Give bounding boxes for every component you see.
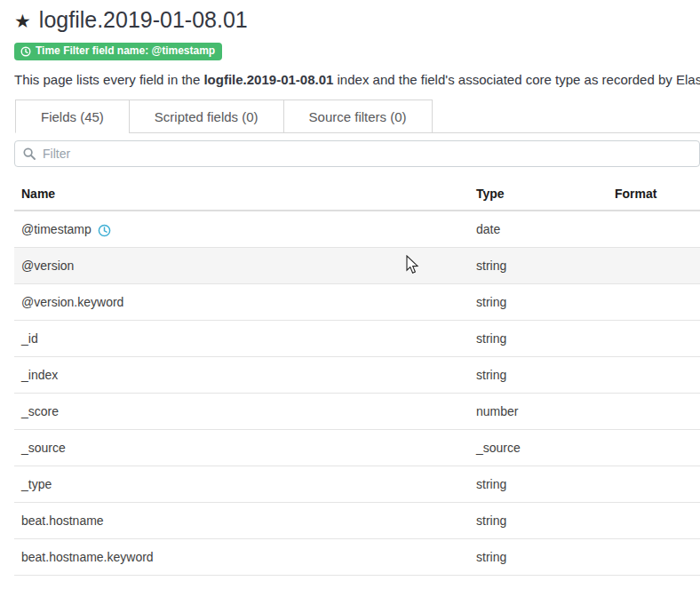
field-name: _id [21,332,38,346]
field-type-cell: string [469,466,608,503]
description-suffix: index and the field's associated core ty… [333,72,700,87]
clock-icon [20,46,31,57]
time-filter-badge: Time Filter field name: @timestamp [14,43,222,60]
field-name: _index [21,369,58,382]
field-type-cell: string [469,248,608,284]
time-filter-badge-label: Time Filter field name: @timestamp [36,45,215,57]
page-description: This page lists every field in the logfi… [14,72,700,87]
fields-table: Name Type Format @timestamp date [14,178,700,576]
field-name-cell: @version [14,248,469,284]
tab-source-filters[interactable]: Source filters (0) [283,99,433,133]
field-format-cell [608,430,700,466]
field-type-cell: string [469,503,608,539]
table-row[interactable]: _index string [14,357,700,394]
field-name: _source [21,442,66,455]
field-format-cell [608,284,700,321]
field-name-cell: _type [14,466,469,503]
tab-bar: Fields (45) Scripted fields (0) Source f… [14,99,700,133]
field-format-cell [608,466,700,503]
field-filter [14,140,700,167]
field-name-cell: _score [14,394,469,430]
field-name: _score [21,405,59,418]
field-format-cell [608,503,700,539]
field-table-body: @timestamp date @version [14,211,700,576]
field-name-cell: beat.hostname [14,503,469,539]
field-format-cell [608,321,700,357]
field-type-cell: _source [469,430,608,466]
field-format-cell [608,539,700,576]
table-row[interactable]: _score number [14,394,700,430]
field-name-cell: @timestamp [14,211,469,248]
field-type-cell: string [469,321,608,357]
table-row[interactable]: @timestamp date [14,211,700,248]
search-icon [23,147,36,160]
field-name-cell: _source [14,430,469,466]
column-header-format: Format [608,178,700,211]
filter-input[interactable] [14,140,700,167]
field-type-cell: string [469,357,608,394]
field-name: @version.keyword [21,296,123,309]
column-header-name: Name [14,178,469,211]
field-name: beat.hostname [21,514,104,528]
field-name: @timestamp [21,223,91,236]
field-type-cell: date [469,211,608,248]
clock-icon [98,223,111,236]
table-row[interactable]: @version string [14,248,700,284]
description-prefix: This page lists every field in the [14,72,203,87]
table-row[interactable]: beat.hostname string [14,503,700,539]
star-icon[interactable]: ★ [14,12,31,30]
field-type-cell: string [469,284,608,321]
field-format-cell [608,394,700,430]
column-header-type: Type [469,178,608,211]
field-name: @version [21,259,74,273]
page-header: ★ logfile.2019-01-08.01 [14,7,700,33]
field-type-cell: string [469,539,608,576]
table-row[interactable]: _source _source [14,430,700,466]
tab-bar-filler [433,99,700,133]
tab-scripted-fields[interactable]: Scripted fields (0) [129,99,284,133]
field-format-cell [608,357,700,394]
table-row[interactable]: _id string [14,321,700,357]
index-pattern-page: ★ logfile.2019-01-08.01 Time Filter fiel… [0,0,700,589]
field-format-cell [608,211,700,248]
field-name-cell: @version.keyword [14,284,469,321]
table-row[interactable]: beat.hostname.keyword string [14,539,700,576]
field-name: beat.hostname.keyword [21,551,154,564]
field-format-cell [608,248,700,284]
field-name: _type [21,478,52,491]
page-title: logfile.2019-01-08.01 [39,7,248,33]
description-index-name: logfile.2019-01-08.01 [203,72,333,87]
table-row[interactable]: @version.keyword string [14,284,700,321]
field-type-cell: number [469,394,608,430]
table-header-row: Name Type Format [14,178,700,211]
field-name-cell: _id [14,321,469,357]
table-row[interactable]: _type string [14,466,700,503]
tab-fields[interactable]: Fields (45) [15,99,130,133]
field-name-cell: beat.hostname.keyword [14,539,469,576]
field-name-cell: _index [14,357,469,394]
